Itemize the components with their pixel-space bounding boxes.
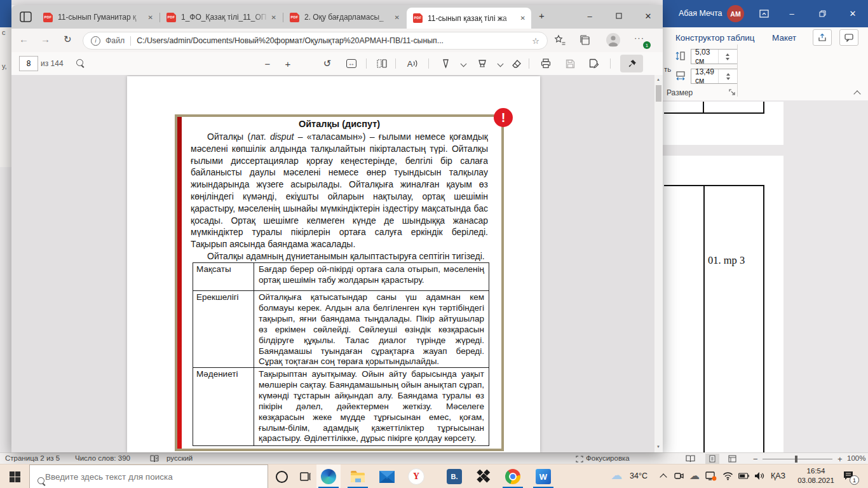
focus-icon[interactable] bbox=[576, 456, 583, 463]
pin-toolbar-icon[interactable] bbox=[620, 55, 643, 72]
status-word-count[interactable]: Число слов: 390 bbox=[75, 454, 130, 462]
print-icon[interactable] bbox=[539, 57, 553, 71]
zoom-out-button[interactable]: − bbox=[753, 454, 758, 464]
start-button[interactable] bbox=[3, 464, 27, 488]
edge-minimize-button[interactable]: – bbox=[575, 5, 604, 27]
zoom-out-icon[interactable]: − bbox=[261, 57, 275, 71]
tab-close-icon[interactable]: ✕ bbox=[520, 15, 526, 22]
height-spinner[interactable] bbox=[718, 50, 738, 64]
zoom-in-button[interactable]: + bbox=[837, 454, 843, 464]
refresh-icon[interactable]: ↻ bbox=[64, 34, 72, 45]
focus-label[interactable]: Фокусировка bbox=[586, 454, 630, 462]
word-document-area[interactable]: 01. mp 3 bbox=[663, 100, 868, 452]
ribbon-display-options-icon[interactable] bbox=[759, 9, 769, 18]
url-text[interactable]: C:/Users/admin/Documents/Новый%20формат/… bbox=[137, 36, 532, 45]
rotate-icon[interactable]: ↺ bbox=[320, 57, 334, 71]
browser-tab-3[interactable]: PDF 2. Оқу бағдарламасы_ ✕ bbox=[283, 9, 405, 25]
tab-close-icon[interactable]: ✕ bbox=[148, 14, 153, 21]
pdf-scrollbar[interactable]: ▲ ▼ bbox=[654, 75, 663, 452]
word-account-avatar[interactable]: AM bbox=[727, 5, 744, 22]
task-view-icon[interactable] bbox=[294, 464, 318, 488]
taskbar-edge-icon[interactable] bbox=[316, 464, 341, 488]
word-account-name[interactable]: Абая Мечта bbox=[679, 9, 722, 18]
meet-now-icon[interactable] bbox=[674, 471, 684, 480]
edge-maximize-button[interactable] bbox=[604, 5, 634, 27]
taskbar-search-box[interactable] bbox=[29, 464, 268, 488]
scroll-up-icon[interactable]: ▲ bbox=[656, 78, 660, 81]
taskbar-word-icon[interactable]: W bbox=[531, 464, 555, 488]
web-layout-icon[interactable] bbox=[728, 455, 736, 463]
weather-temp[interactable]: 34°C bbox=[630, 471, 648, 480]
tab-table-layout[interactable]: Макет bbox=[772, 33, 796, 43]
draw-pen-icon[interactable] bbox=[438, 57, 452, 71]
status-page-number[interactable]: Страница 2 из 5 bbox=[5, 454, 60, 462]
proofing-errors-icon[interactable] bbox=[150, 455, 159, 463]
zoom-in-icon[interactable]: + bbox=[281, 57, 295, 71]
add-favorite-icon[interactable]: ☆ bbox=[532, 36, 539, 46]
keyboard-language[interactable]: ҚАЗ bbox=[771, 471, 785, 480]
cortana-icon[interactable] bbox=[269, 464, 294, 488]
print-layout-icon[interactable] bbox=[705, 454, 719, 464]
share-button[interactable] bbox=[813, 29, 832, 46]
wifi-icon[interactable] bbox=[722, 471, 733, 480]
width-spinner[interactable] bbox=[718, 69, 737, 83]
display-project-icon[interactable] bbox=[705, 471, 717, 481]
forward-icon[interactable]: → bbox=[41, 34, 50, 44]
taskbar-mail-icon[interactable] bbox=[375, 464, 399, 488]
tray-overflow-chevron[interactable] bbox=[660, 473, 667, 480]
scrollbar-thumb[interactable] bbox=[656, 85, 661, 102]
collections-icon[interactable] bbox=[580, 34, 591, 46]
scroll-down-icon[interactable]: ▼ bbox=[656, 445, 660, 449]
read-aloud-icon[interactable]: A bbox=[405, 57, 419, 71]
browser-tab-1[interactable]: PDF 11-сынып Гуманитар қ ✕ bbox=[37, 9, 159, 25]
highlight-icon[interactable] bbox=[475, 57, 489, 71]
profile-avatar-icon[interactable] bbox=[606, 33, 620, 47]
zoom-slider-track[interactable] bbox=[763, 459, 832, 459]
tab-close-icon[interactable]: ✕ bbox=[271, 14, 276, 21]
more-menu-icon[interactable]: ··· bbox=[634, 33, 644, 43]
word-close-button[interactable]: ✕ bbox=[837, 0, 868, 27]
edge-close-button[interactable]: ✕ bbox=[634, 5, 663, 27]
new-tab-button[interactable]: + bbox=[539, 10, 545, 21]
word-restore-button[interactable] bbox=[807, 0, 837, 27]
highlight-options-chevron-icon[interactable] bbox=[493, 57, 507, 71]
tab-actions-icon[interactable] bbox=[20, 11, 32, 23]
draw-options-chevron-icon[interactable] bbox=[456, 57, 470, 71]
zoom-slider-handle[interactable] bbox=[795, 456, 797, 463]
taskbar-search-input[interactable] bbox=[44, 471, 268, 482]
word-table-cell-text[interactable]: 01. mp 3 bbox=[708, 254, 745, 267]
erase-icon[interactable] bbox=[510, 57, 524, 71]
weather-icon[interactable]: ☁ bbox=[611, 468, 622, 482]
battery-icon[interactable] bbox=[738, 473, 749, 479]
taskbar-chrome-icon[interactable] bbox=[501, 464, 525, 488]
save-as-icon[interactable] bbox=[587, 57, 601, 71]
taskbar-file-explorer-icon[interactable] bbox=[346, 464, 370, 488]
read-mode-icon[interactable] bbox=[686, 455, 695, 463]
clock[interactable]: 16:54 03.08.2021 bbox=[795, 466, 837, 485]
page-view-icon[interactable] bbox=[375, 57, 389, 71]
cell-width-input[interactable]: 13,49 см bbox=[691, 69, 738, 84]
fit-to-width-icon[interactable]: ↔ bbox=[344, 57, 358, 71]
browser-tab-2[interactable]: PDF 1_ФО_Қазақ тілі_11_ОП ✕ bbox=[160, 9, 282, 25]
back-icon[interactable]: ← bbox=[19, 34, 29, 44]
collapse-ribbon-icon[interactable] bbox=[853, 90, 860, 97]
volume-icon[interactable] bbox=[754, 471, 764, 480]
taskbar-yandex-icon[interactable]: Y bbox=[404, 464, 428, 488]
browser-tab-4-active[interactable]: PDF 11-сынып қазақ тілі жа ✕ bbox=[407, 8, 531, 29]
tab-table-design[interactable]: Конструктор таблиц bbox=[675, 33, 755, 43]
site-info-icon[interactable]: i bbox=[91, 36, 100, 46]
size-dialog-launcher-icon[interactable] bbox=[729, 89, 736, 96]
status-language[interactable]: русский bbox=[166, 454, 193, 462]
taskbar-dropbox-icon[interactable] bbox=[471, 464, 496, 488]
word-minimize-button[interactable]: – bbox=[776, 0, 807, 27]
favorites-hub-icon[interactable] bbox=[554, 34, 566, 46]
onedrive-icon[interactable]: ☁ bbox=[689, 470, 700, 482]
comments-button[interactable] bbox=[839, 29, 858, 46]
zoom-percent[interactable]: 100% bbox=[847, 454, 865, 462]
cell-height-input[interactable]: 5,03 см bbox=[691, 49, 738, 64]
taskbar-vk-icon[interactable]: B. bbox=[442, 464, 466, 488]
address-bar[interactable]: i Файл C:/Users/admin/Documents/Новый%20… bbox=[83, 32, 548, 50]
tab-close-icon[interactable]: ✕ bbox=[395, 14, 400, 21]
page-number-input[interactable] bbox=[19, 56, 38, 71]
pdf-content-area[interactable]: ! Ойталқы (диспут) Ойталқы (лат. disput … bbox=[11, 75, 663, 452]
